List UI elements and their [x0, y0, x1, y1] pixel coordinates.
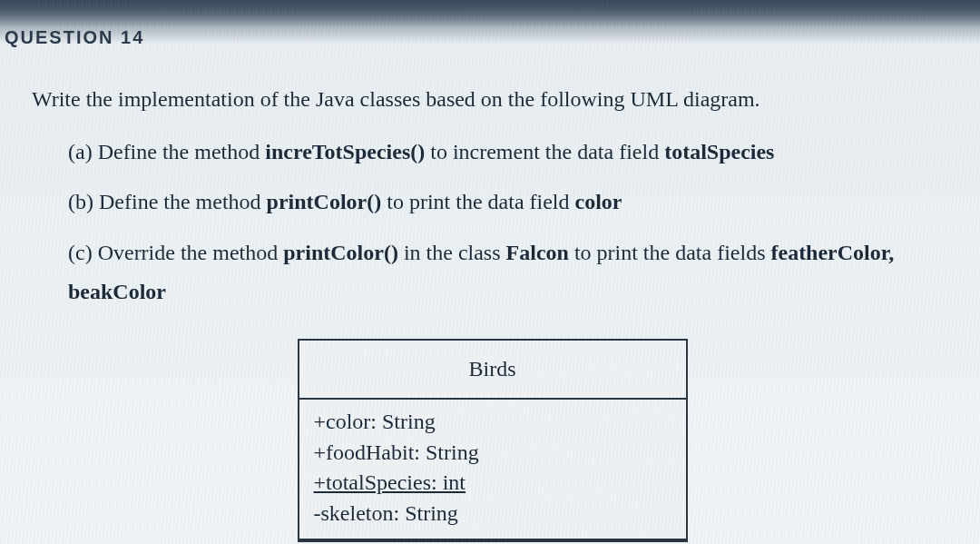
sub-item-c: (c) Override the method printColor() in …: [32, 233, 953, 312]
marker-c: (c): [68, 241, 93, 264]
uml-attributes-compartment: +color: String +foodHabit: String +total…: [299, 400, 686, 539]
uml-class-name: Birds: [299, 341, 686, 400]
marker-a: (a): [68, 140, 93, 163]
text-c-bold1: printColor(): [283, 241, 398, 264]
text-c-bold2: Falcon: [506, 241, 569, 264]
text-b-bold1: printColor(): [267, 190, 382, 213]
text-b-mid: to print the data field: [381, 190, 574, 213]
text-b-bold2: color: [575, 190, 622, 213]
uml-attribute: -skeleton: String: [314, 499, 671, 529]
text-a-bold1: increTotSpecies(): [265, 140, 425, 163]
text-b-pre: Define the method: [93, 190, 267, 213]
uml-attribute: +color: String: [314, 407, 671, 438]
question-page: QUESTION 14 Write the implementation of …: [0, 0, 980, 542]
sub-item-a: (a) Define the method increTotSpecies() …: [32, 133, 953, 172]
uml-attribute-static: +totalSpecies: int: [314, 468, 671, 499]
uml-attribute: +foodHabit: String: [314, 438, 671, 469]
text-c-pre: Override the method: [93, 241, 284, 264]
text-c-post: to print the data fields: [569, 241, 771, 264]
marker-b: (b): [68, 190, 93, 213]
text-a-pre: Define the method: [93, 140, 266, 163]
text-a-bold2: totalSpecies: [664, 140, 774, 163]
sub-item-b: (b) Define the method printColor() to pr…: [32, 183, 953, 222]
question-body: Write the implementation of the Java cla…: [5, 80, 953, 542]
question-number-header: QUESTION 14: [5, 27, 953, 48]
text-a-mid: to increment the data field: [425, 140, 664, 163]
uml-class-box: Birds +color: String +foodHabit: String …: [298, 339, 688, 542]
main-prompt-text: Write the implementation of the Java cla…: [32, 80, 953, 119]
text-c-mid: in the class: [398, 241, 506, 264]
